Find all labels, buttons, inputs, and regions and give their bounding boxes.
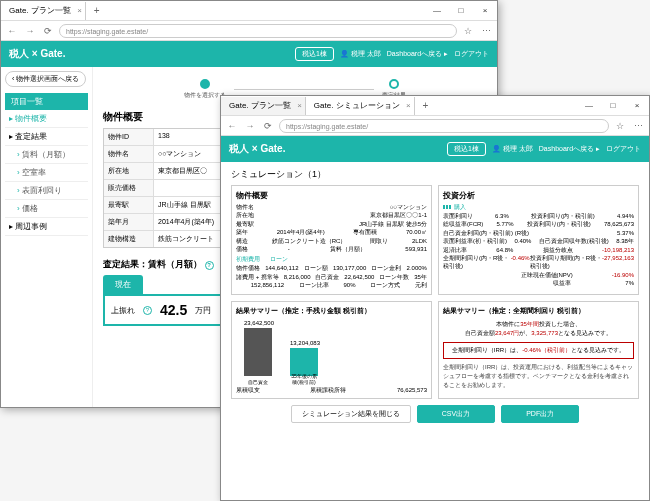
back-nav-icon[interactable]: ← — [5, 26, 19, 36]
reload-icon[interactable]: ⟳ — [261, 121, 275, 131]
sidebar-item-results[interactable]: ▸ 査定結果 — [5, 128, 88, 146]
result-value: 42.5 — [160, 302, 187, 318]
browser-tab-1[interactable]: Gate. プラン一覧× — [221, 97, 306, 115]
panel-analysis: 投資分析 購入 表面利回り6.3%投資利回り(内・税引前)4.94% 総収益率(… — [438, 185, 639, 295]
sidebar-sub-price[interactable]: 価格 — [5, 200, 88, 218]
sidebar-sub-rent[interactable]: 賃料（月額） — [5, 146, 88, 164]
minimize-button[interactable]: — — [577, 96, 601, 116]
titlebar: Gate. プラン一覧× Gate. シミュレーション× + — □ × — [221, 96, 649, 116]
csv-button[interactable]: CSV出力 — [417, 405, 495, 423]
help-icon[interactable]: ? — [205, 261, 214, 270]
url-input[interactable]: https://staging.gate.estate/ — [59, 24, 457, 38]
logo: 税人 × Gate. — [229, 142, 285, 156]
irr-highlight-box: 全期間利回り（IRR）は、-0.46%（税引前）となる見込みです。 — [443, 342, 634, 359]
back-link[interactable]: ‹ 物件選択画面へ戻る — [5, 71, 86, 87]
url-bar: ← → ⟳ https://staging.gate.estate/ ☆ ⋯ — [221, 116, 649, 136]
close-sim-button[interactable]: シミュレーション結果を開じる — [291, 405, 411, 423]
overview-title: 物件概要 — [103, 110, 143, 124]
minimize-button[interactable]: — — [425, 1, 449, 21]
summary-irr: 結果サマリー（推定：全期間利回り 税引前） 本物件に35年間投資した場合、 自己… — [438, 301, 639, 399]
star-icon[interactable]: ☆ — [461, 26, 475, 36]
titlebar: Gate. プラン一覧× + — □ × — [1, 1, 497, 21]
new-tab-button[interactable]: + — [415, 100, 437, 111]
sidebar-header: 項目一覧 — [5, 93, 88, 110]
logo: 税人 × Gate. — [9, 47, 65, 61]
logout-button[interactable]: ログアウト — [454, 49, 489, 59]
url-bar: ← → ⟳ https://staging.gate.estate/ ☆ ⋯ — [1, 21, 497, 41]
close-tab-icon[interactable]: × — [77, 6, 82, 15]
sidebar-sub-vacancy[interactable]: 空室率 — [5, 164, 88, 182]
user-name[interactable]: 税理 太郎 — [492, 144, 533, 154]
forward-nav-icon[interactable]: → — [23, 26, 37, 36]
star-icon[interactable]: ☆ — [613, 121, 627, 131]
header-badge[interactable]: 税込1棟 — [295, 47, 334, 61]
help-icon[interactable]: ? — [143, 306, 152, 315]
summary-cash: 結果サマリー（推定：手残り金額 税引前） 23,642,500自己資金 13,2… — [231, 301, 432, 399]
result-tab-current[interactable]: 現在 — [103, 275, 143, 294]
close-window-button[interactable]: × — [625, 96, 649, 116]
sidebar-sub-yield[interactable]: 表面利回り — [5, 182, 88, 200]
back-nav-icon[interactable]: ← — [225, 121, 239, 131]
app-header: 税人 × Gate. 税込1棟 税理 太郎 Dashboardへ戻る ▸ ログア… — [221, 136, 649, 162]
user-name[interactable]: 税理 太郎 — [340, 49, 381, 59]
summary-chart: 23,642,500自己資金 13,204,08335年後の累積(税引前) — [236, 320, 427, 376]
dashboard-link[interactable]: Dashboardへ戻る ▸ — [387, 49, 448, 59]
sim-content: シミュレーション（1） 物件概要 物件名○○マンション 所在地東京都目黒区〇〇1… — [221, 162, 649, 500]
browser-tab-2[interactable]: Gate. シミュレーション× — [306, 97, 415, 115]
header-badge[interactable]: 税込1棟 — [447, 142, 486, 156]
panel-overview: 物件概要 物件名○○マンション 所在地東京都目黒区〇〇1-1 最寄駅JR山手線 … — [231, 185, 432, 295]
sidebar-item-cases[interactable]: ▸ 周辺事例 — [5, 218, 88, 236]
pdf-button[interactable]: PDF出力 — [501, 405, 579, 423]
dashboard-link[interactable]: Dashboardへ戻る ▸ — [539, 144, 600, 154]
maximize-button[interactable]: □ — [449, 1, 473, 21]
app-header: 税人 × Gate. 税込1棟 税理 太郎 Dashboardへ戻る ▸ ログア… — [1, 41, 497, 67]
forward-nav-icon[interactable]: → — [243, 121, 257, 131]
menu-icon[interactable]: ⋯ — [479, 26, 493, 36]
browser-tab[interactable]: Gate. プラン一覧× — [1, 2, 86, 20]
logout-button[interactable]: ログアウト — [606, 144, 641, 154]
close-window-button[interactable]: × — [473, 1, 497, 21]
new-tab-button[interactable]: + — [86, 5, 108, 16]
url-input[interactable]: https://staging.gate.estate/ — [279, 119, 609, 133]
sim-title: シミュレーション（1） — [231, 168, 639, 181]
maximize-button[interactable]: □ — [601, 96, 625, 116]
window-simulation: Gate. プラン一覧× Gate. シミュレーション× + — □ × ← →… — [220, 95, 650, 501]
sidebar-item-overview[interactable]: ▸ 物件概要 — [5, 110, 88, 128]
sidebar: ‹ 物件選択画面へ戻る 項目一覧 ▸ 物件概要 ▸ 査定結果 賃料（月額） 空室… — [1, 67, 93, 407]
menu-icon[interactable]: ⋯ — [631, 121, 645, 131]
reload-icon[interactable]: ⟳ — [41, 26, 55, 36]
